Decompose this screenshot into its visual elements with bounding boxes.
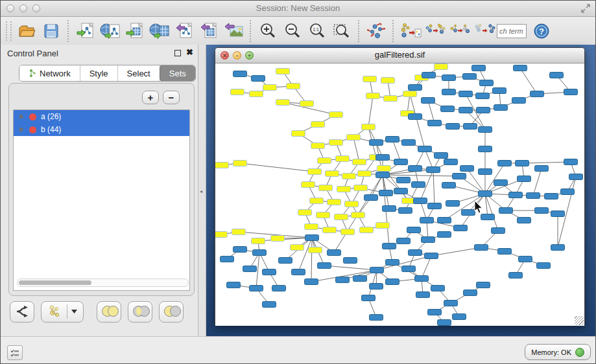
graph-node[interactable] bbox=[232, 229, 246, 235]
graph-node[interactable] bbox=[221, 256, 234, 262]
graph-node[interactable] bbox=[336, 277, 350, 283]
graph-node[interactable] bbox=[422, 73, 436, 78]
graph-node[interactable] bbox=[407, 227, 421, 233]
graph-node[interactable] bbox=[250, 286, 263, 291]
graph-node[interactable] bbox=[527, 193, 540, 199]
graph-node[interactable] bbox=[420, 218, 434, 223]
graph-node[interactable] bbox=[477, 108, 490, 113]
merge-intersection-icon[interactable] bbox=[447, 19, 472, 43]
graph-node[interactable] bbox=[358, 171, 372, 177]
graph-node[interactable] bbox=[376, 155, 390, 161]
graph-node[interactable] bbox=[462, 210, 475, 216]
graph-node[interactable] bbox=[292, 269, 305, 275]
graph-node[interactable] bbox=[345, 201, 359, 207]
graph-node[interactable] bbox=[569, 174, 583, 180]
graph-node[interactable] bbox=[370, 315, 383, 321]
graph-node[interactable] bbox=[428, 203, 442, 209]
graph-node[interactable] bbox=[319, 185, 333, 191]
scrollbar-thumb[interactable] bbox=[19, 280, 91, 285]
graph-node[interactable] bbox=[454, 225, 468, 231]
graph-node[interactable] bbox=[347, 135, 361, 141]
intersection-sets-icon[interactable] bbox=[128, 301, 152, 323]
graph-node[interactable] bbox=[394, 188, 408, 194]
graph-node[interactable] bbox=[551, 211, 565, 217]
graph-node[interactable] bbox=[431, 286, 445, 291]
merge-difference-icon[interactable] bbox=[472, 19, 497, 43]
graph-node[interactable] bbox=[272, 286, 286, 291]
graph-node[interactable] bbox=[383, 206, 396, 212]
graph-node[interactable] bbox=[460, 166, 474, 172]
graph-node[interactable] bbox=[305, 224, 318, 230]
graph-node[interactable] bbox=[480, 80, 494, 86]
graph-node[interactable] bbox=[227, 282, 241, 288]
graph-node[interactable] bbox=[564, 89, 578, 95]
graph-node[interactable] bbox=[383, 244, 396, 249]
graph-node[interactable] bbox=[481, 214, 495, 220]
collapse-arrow-icon[interactable]: ◂ bbox=[200, 188, 202, 194]
graph-node[interactable] bbox=[472, 65, 486, 71]
graph-node[interactable] bbox=[416, 292, 430, 298]
graph-node[interactable] bbox=[329, 112, 343, 118]
graph-node[interactable] bbox=[318, 158, 331, 164]
graph-node[interactable] bbox=[427, 167, 440, 173]
import-network-web-icon[interactable] bbox=[98, 19, 123, 43]
graph-node[interactable] bbox=[353, 276, 367, 282]
graph-node[interactable] bbox=[459, 108, 473, 113]
graph-node[interactable] bbox=[494, 105, 508, 111]
graph-node[interactable] bbox=[412, 182, 425, 188]
float-panel-icon[interactable] bbox=[174, 50, 181, 56]
list-item-set-a[interactable]: a (26) bbox=[14, 110, 189, 123]
network-frame-titlebar[interactable]: ✕ − + galFiltered.sif bbox=[215, 48, 584, 63]
graph-node[interactable] bbox=[446, 124, 460, 130]
graph-node[interactable] bbox=[459, 91, 473, 97]
graph-node[interactable] bbox=[302, 182, 315, 188]
graph-node[interactable] bbox=[362, 295, 375, 301]
graph-node[interactable] bbox=[477, 282, 490, 288]
graph-node[interactable] bbox=[519, 256, 532, 262]
graph-node[interactable] bbox=[509, 273, 523, 279]
export-image-icon[interactable] bbox=[221, 19, 246, 43]
create-set-from-network-icon[interactable] bbox=[41, 301, 84, 323]
graph-node[interactable] bbox=[446, 201, 460, 207]
graph-node[interactable] bbox=[409, 114, 422, 120]
graph-node[interactable] bbox=[509, 192, 523, 198]
graph-node[interactable] bbox=[263, 85, 277, 91]
graph-node[interactable] bbox=[309, 247, 322, 253]
tab-select[interactable]: Select bbox=[118, 65, 160, 81]
graph-node[interactable] bbox=[292, 131, 305, 137]
graph-node[interactable] bbox=[545, 194, 558, 199]
task-history-icon[interactable] bbox=[7, 345, 23, 360]
graph-node[interactable] bbox=[409, 85, 422, 91]
graph-node[interactable] bbox=[479, 191, 492, 197]
graph-node[interactable] bbox=[328, 250, 341, 256]
graph-node[interactable] bbox=[384, 96, 398, 102]
graph-node[interactable] bbox=[403, 91, 417, 97]
graph-node[interactable] bbox=[279, 258, 292, 264]
panel-splitter[interactable]: ◂ bbox=[198, 45, 206, 336]
graph-node[interactable] bbox=[514, 65, 527, 71]
graph-node[interactable] bbox=[564, 159, 578, 165]
graph-node[interactable] bbox=[354, 185, 368, 191]
horizontal-scrollbar[interactable] bbox=[17, 279, 189, 287]
graph-node[interactable] bbox=[394, 159, 408, 165]
graph-node[interactable] bbox=[335, 214, 348, 220]
graph-node[interactable] bbox=[291, 245, 304, 251]
graph-node[interactable] bbox=[377, 166, 391, 172]
network-canvas[interactable] bbox=[215, 63, 584, 326]
graph-node[interactable] bbox=[518, 176, 531, 182]
graph-node[interactable] bbox=[310, 198, 324, 204]
graph-node[interactable] bbox=[271, 236, 285, 242]
tab-network[interactable]: Network bbox=[19, 65, 80, 81]
save-session-icon[interactable] bbox=[39, 19, 64, 43]
graph-node[interactable] bbox=[233, 247, 247, 253]
graph-node[interactable] bbox=[276, 69, 290, 74]
graph-node[interactable] bbox=[438, 320, 451, 326]
graph-node[interactable] bbox=[366, 93, 380, 99]
graph-node[interactable] bbox=[453, 174, 466, 179]
graph-node[interactable] bbox=[336, 156, 350, 162]
graph-node[interactable] bbox=[435, 64, 448, 70]
graph-node[interactable] bbox=[326, 171, 339, 177]
zoom-out-icon[interactable] bbox=[280, 19, 305, 43]
graph-node[interactable] bbox=[352, 212, 365, 218]
graph-node[interactable] bbox=[435, 153, 448, 159]
